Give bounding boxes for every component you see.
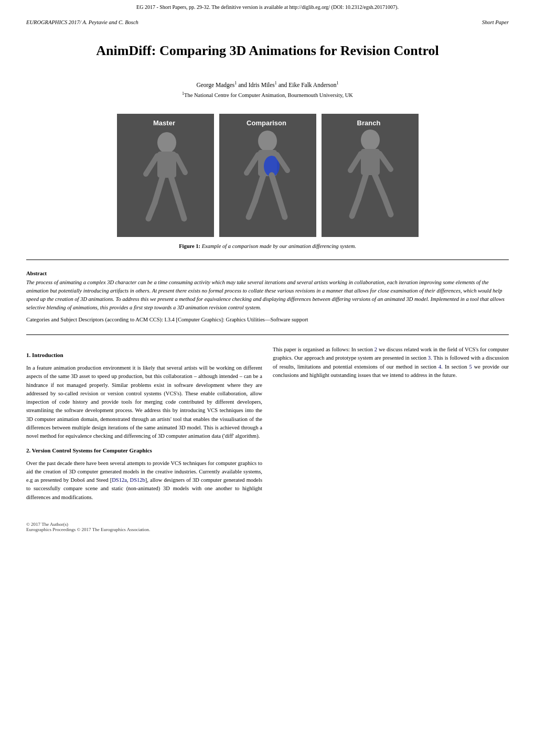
svg-line-25 — [352, 199, 358, 216]
svg-line-15 — [255, 175, 263, 201]
ref-ds12b[interactable]: DS12b — [130, 477, 145, 483]
svg-line-24 — [358, 174, 366, 199]
svg-text:Branch: Branch — [357, 119, 380, 127]
header-left: EUROGRAPHICS 2017/ A. Peytavie and C. Bo… — [26, 19, 138, 25]
svg-rect-21 — [361, 149, 380, 175]
affiliation-text: 1The National Centre for Computer Animat… — [182, 92, 353, 98]
svg-line-17 — [272, 175, 280, 200]
svg-line-18 — [280, 200, 285, 217]
figure-section: Master Comparison — [0, 109, 535, 254]
title-section: AnimDiff: Comparing 3D Animations for Re… — [0, 27, 535, 69]
svg-line-3 — [146, 156, 157, 174]
svg-point-10 — [258, 131, 277, 152]
svg-line-4 — [176, 156, 185, 172]
figure-caption: Figure 1: Example of a comparison made b… — [179, 243, 356, 249]
top-banner: EG 2017 - Short Papers, pp. 29-32. The d… — [0, 0, 535, 14]
figure-branch: Branch — [322, 114, 419, 238]
figure-caption-bold: Figure 1: — [179, 243, 200, 249]
svg-rect-2 — [157, 152, 176, 178]
ref-section-3[interactable]: 3 — [428, 355, 431, 361]
svg-line-22 — [350, 154, 361, 170]
vcs-paragraph-1: Over the past decade there have been sev… — [26, 459, 262, 502]
intro-paragraph-1: In a feature animation production enviro… — [26, 364, 262, 440]
svg-text:Master: Master — [153, 119, 175, 127]
svg-line-26 — [374, 174, 384, 198]
figure-branch-svg: Branch — [322, 114, 419, 237]
ref-section-4[interactable]: 4 — [438, 364, 441, 370]
svg-point-1 — [157, 132, 176, 153]
left-column: 1. Introduction In a feature animation p… — [26, 345, 262, 506]
ref-ds12a[interactable]: DS12a — [112, 477, 127, 483]
svg-line-8 — [179, 202, 184, 219]
author-names: George Madges1 and Idris Miles1 and Eike… — [196, 82, 338, 88]
figure-master: Master — [117, 114, 214, 238]
svg-line-5 — [155, 177, 163, 203]
figure-images: Master Comparison — [117, 114, 419, 238]
intro-title: 1. Introduction — [26, 351, 262, 360]
figure-master-svg: Master — [117, 114, 214, 237]
banner-text: EG 2017 - Short Papers, pp. 29-32. The d… — [136, 4, 399, 10]
figure-comparison-svg: Comparison — [219, 114, 316, 237]
svg-line-23 — [380, 154, 391, 169]
main-content: 1. Introduction In a feature animation p… — [0, 340, 535, 516]
svg-point-20 — [361, 129, 380, 150]
footer: © 2017 The Author(s) Eurographics Procee… — [0, 516, 535, 535]
footer-line2: Eurographics Proceedings © 2017 The Euro… — [26, 527, 509, 532]
svg-line-6 — [148, 203, 155, 219]
ref-section-2[interactable]: 2 — [374, 347, 377, 352]
vcs-title: 2. Version Control Systems for Computer … — [26, 446, 262, 455]
svg-line-7 — [171, 177, 179, 202]
svg-text:Comparison: Comparison — [247, 119, 286, 127]
affiliation: 1The National Centre for Computer Animat… — [0, 91, 535, 99]
svg-line-13 — [247, 155, 258, 173]
divider-1 — [26, 260, 509, 260]
svg-line-16 — [249, 201, 255, 217]
figure-caption-italic: Example of a comparison made by our anim… — [200, 243, 356, 249]
page-title: AnimDiff: Comparing 3D Animations for Re… — [31, 43, 504, 59]
svg-line-27 — [384, 198, 391, 214]
figure-comparison: Comparison — [219, 114, 316, 238]
footer-line1: © 2017 The Author(s) — [26, 522, 509, 527]
right-paragraph-1: This paper is organised as follows: In s… — [273, 345, 509, 380]
abstract-text: The process of animating a complex 3D ch… — [26, 278, 509, 311]
divider-2 — [26, 334, 509, 335]
ref-section-5[interactable]: 5 — [469, 364, 472, 370]
authors: George Madges1 and Idris Miles1 and Eike… — [0, 81, 535, 88]
abstract-section: Abstract The process of animating a comp… — [0, 265, 535, 329]
page-header: EUROGRAPHICS 2017/ A. Peytavie and C. Bo… — [0, 14, 535, 27]
abstract-title: Abstract — [26, 271, 509, 276]
right-column: This paper is organised as follows: In s… — [273, 345, 509, 506]
header-right: Short Paper — [482, 19, 509, 25]
categories-text: Categories and Subject Descriptors (acco… — [26, 316, 509, 324]
